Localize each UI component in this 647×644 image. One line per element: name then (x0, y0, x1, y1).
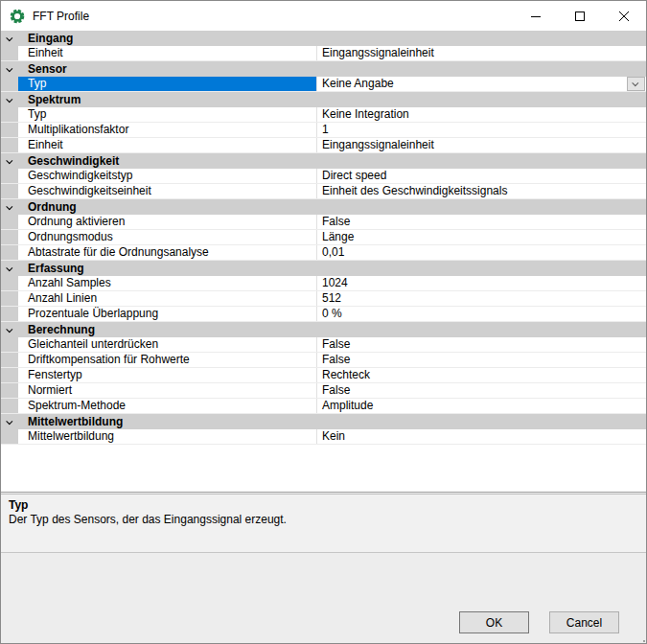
property-row-multiplikationsfaktor[interactable]: Multiplikationsfaktor1 (1, 123, 646, 138)
category-label: Sensor (18, 62, 67, 77)
property-value[interactable]: Länge (316, 230, 646, 244)
property-value[interactable]: False (316, 215, 646, 229)
row-gutter (1, 46, 18, 60)
property-value[interactable]: Kein (316, 429, 646, 444)
property-row-einheit[interactable]: EinheitEingangssignaleinheit (1, 138, 646, 153)
category-label: Spektrum (18, 93, 81, 107)
row-gutter (1, 368, 18, 382)
property-name: Typ (18, 107, 316, 122)
category-row-ordnung[interactable]: Ordnung (1, 199, 646, 215)
row-gutter (1, 399, 18, 413)
minimize-button[interactable] (514, 1, 558, 31)
category-label: Ordnung (18, 200, 77, 215)
minimize-icon (531, 12, 541, 21)
ok-button[interactable]: OK (459, 611, 529, 633)
property-name: Einheit (18, 138, 316, 152)
cancel-button[interactable]: Cancel (549, 611, 619, 633)
property-row-gleichanteil-unterdr-cken[interactable]: Gleichanteil unterdrückenFalse (1, 337, 646, 353)
property-row-anzahl-samples[interactable]: Anzahl Samples1024 (1, 276, 646, 291)
row-gutter (1, 169, 18, 183)
category-label: Mittelwertbildung (18, 415, 123, 429)
property-name: Einheit (18, 46, 316, 60)
category-row-eingang[interactable]: Eingang (1, 31, 646, 46)
property-name: Anzahl Linien (18, 291, 316, 306)
maximize-button[interactable] (558, 1, 602, 31)
chevron-cell (1, 205, 18, 210)
row-gutter (1, 429, 18, 444)
property-value[interactable]: False (316, 383, 646, 398)
property-row-driftkompensation-f-r-rohwerte[interactable]: Driftkompensation für RohwerteFalse (1, 353, 646, 368)
property-name: Abtastrate für die Ordnungsanalyse (18, 245, 316, 260)
property-value[interactable]: Direct speed (316, 169, 646, 183)
row-gutter (1, 138, 18, 152)
property-row-fenstertyp[interactable]: FenstertypRechteck (1, 368, 646, 383)
property-row-typ[interactable]: TypKeine Integration (1, 107, 646, 123)
row-gutter (1, 291, 18, 306)
property-row-geschwindigkeitseinheit[interactable]: GeschwindigkeitseinheitEinheit des Gesch… (1, 184, 646, 199)
property-row-spektrum-methode[interactable]: Spektrum-MethodeAmplitude (1, 399, 646, 414)
category-row-geschwindigkeit[interactable]: Geschwindigkeit (1, 153, 646, 169)
property-value[interactable]: 1024 (316, 276, 646, 290)
property-row-einheit[interactable]: EinheitEingangssignaleinheit (1, 46, 646, 61)
row-gutter (1, 215, 18, 229)
row-gutter (1, 245, 18, 260)
category-label: Eingang (18, 32, 73, 46)
resize-grip[interactable] (639, 636, 641, 638)
row-gutter (1, 77, 18, 91)
property-value[interactable]: False (316, 353, 646, 367)
property-value[interactable]: 512 (316, 291, 646, 306)
property-name: Anzahl Samples (18, 276, 316, 290)
row-gutter (1, 276, 18, 290)
property-row-normiert[interactable]: NormiertFalse (1, 383, 646, 399)
chevron-down-icon (6, 418, 12, 425)
property-row-mittelwertbildung[interactable]: MittelwertbildungKein (1, 429, 646, 445)
category-label: Berechnung (18, 323, 95, 337)
category-row-erfassung[interactable]: Erfassung (1, 261, 646, 276)
category-row-sensor[interactable]: Sensor (1, 61, 646, 77)
property-row-prozentuale-berlappung[interactable]: Prozentuale Überlappung0 % (1, 307, 646, 322)
property-value[interactable]: Eingangssignaleinheit (316, 46, 646, 60)
row-gutter (1, 383, 18, 398)
property-name: Ordnung aktivieren (18, 215, 316, 229)
property-name: Geschwindigkeitstyp (18, 169, 316, 183)
row-gutter (1, 107, 18, 122)
help-description: Der Typ des Sensors, der das Eingangssig… (9, 513, 638, 527)
property-grid[interactable]: EingangEinheitEingangssignaleinheitSenso… (1, 31, 646, 493)
property-value[interactable]: Eingangssignaleinheit (316, 138, 646, 152)
titlebar[interactable]: FFT Profile (1, 1, 646, 31)
maximize-icon (575, 12, 585, 21)
property-row-anzahl-linien[interactable]: Anzahl Linien512 (1, 291, 646, 307)
close-button[interactable] (602, 1, 646, 31)
dropdown-button[interactable] (627, 77, 645, 91)
property-row-abtastrate-f-r-die-ordnungsanalyse[interactable]: Abtastrate für die Ordnungsanalyse0,01 (1, 245, 646, 261)
chevron-down-icon (6, 96, 12, 103)
category-label: Geschwindigkeit (18, 154, 119, 169)
property-value[interactable]: 0 % (316, 307, 646, 321)
caption-buttons (514, 1, 646, 31)
property-row-typ[interactable]: TypKeine Angabe (1, 77, 646, 92)
chevron-down-icon (6, 264, 12, 271)
property-row-geschwindigkeitstyp[interactable]: GeschwindigkeitstypDirect speed (1, 169, 646, 184)
chevron-down-icon (6, 203, 12, 210)
property-value[interactable]: Keine Angabe (316, 77, 646, 91)
property-value[interactable]: 1 (316, 123, 646, 137)
property-value[interactable]: Rechteck (316, 368, 646, 382)
category-row-spektrum[interactable]: Spektrum (1, 92, 646, 107)
property-name: Prozentuale Überlappung (18, 307, 316, 321)
chevron-cell (1, 36, 18, 41)
category-row-berechnung[interactable]: Berechnung (1, 322, 646, 337)
gear-icon (10, 9, 25, 24)
property-name: Normiert (18, 383, 316, 398)
property-value[interactable]: Einheit des Geschwindigkeitssignals (316, 184, 646, 198)
category-row-mittelwertbildung[interactable]: Mittelwertbildung (1, 414, 646, 429)
chevron-cell (1, 420, 18, 425)
chevron-down-icon (632, 80, 638, 86)
property-value[interactable]: Keine Integration (316, 107, 646, 122)
chevron-cell (1, 328, 18, 333)
property-value[interactable]: 0,01 (316, 245, 646, 260)
property-value[interactable]: Amplitude (316, 399, 646, 413)
property-row-ordnung-aktivieren[interactable]: Ordnung aktivierenFalse (1, 215, 646, 230)
property-value[interactable]: False (316, 337, 646, 352)
row-gutter (1, 353, 18, 367)
property-row-ordnungsmodus[interactable]: OrdnungsmodusLänge (1, 230, 646, 245)
